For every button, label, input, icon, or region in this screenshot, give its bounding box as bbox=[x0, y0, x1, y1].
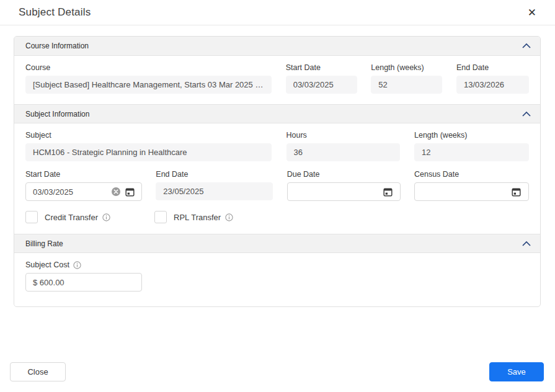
rpl-transfer-label: RPL Transfer bbox=[174, 213, 233, 222]
section-title: Billing Rate bbox=[25, 239, 63, 248]
subject-information-section: Subject Information Subject Hours Length… bbox=[14, 104, 540, 234]
course-length-label: Length (weeks) bbox=[371, 63, 442, 72]
rpl-transfer-item: RPL Transfer bbox=[154, 211, 271, 223]
chevron-up-icon[interactable] bbox=[522, 241, 531, 247]
subject-information-header[interactable]: Subject Information bbox=[14, 104, 540, 123]
subject-field: Subject bbox=[25, 131, 272, 161]
calendar-icon[interactable] bbox=[510, 185, 523, 198]
save-button[interactable]: Save bbox=[489, 362, 544, 381]
credit-transfer-item: Credit Transfer bbox=[25, 211, 142, 223]
chevron-up-icon[interactable] bbox=[522, 43, 531, 49]
course-length-input bbox=[371, 76, 442, 94]
billing-rate-body: Subject Cost bbox=[14, 253, 540, 306]
subject-cost-field: Subject Cost bbox=[25, 261, 142, 292]
due-date-label: Due Date bbox=[287, 170, 401, 179]
subject-label: Subject bbox=[25, 131, 272, 140]
credit-transfer-label: Credit Transfer bbox=[45, 213, 110, 222]
course-information-body: Course Start Date Length (weeks) End Dat… bbox=[14, 56, 540, 104]
subject-length-label: Length (weeks) bbox=[414, 131, 529, 140]
subject-end-date-field: End Date bbox=[156, 170, 273, 201]
section-title: Subject Information bbox=[25, 110, 89, 118]
course-start-date-input bbox=[286, 76, 357, 94]
due-date-picker[interactable] bbox=[287, 182, 401, 201]
info-icon bbox=[102, 213, 110, 221]
census-date-field: Census Date bbox=[414, 170, 529, 201]
census-date-input[interactable] bbox=[415, 183, 510, 200]
course-label: Course bbox=[25, 63, 272, 72]
subject-cost-label-text: Subject Cost bbox=[25, 261, 69, 269]
chevron-up-icon[interactable] bbox=[522, 111, 531, 117]
rpl-transfer-checkbox[interactable] bbox=[154, 211, 167, 223]
close-icon[interactable]: ✕ bbox=[526, 6, 538, 19]
subject-cost-label: Subject Cost bbox=[25, 261, 142, 269]
transfer-checkbox-row: Credit Transfer RPL Transfer bbox=[25, 211, 529, 223]
subject-start-date-picker[interactable] bbox=[25, 182, 142, 201]
info-icon bbox=[73, 261, 81, 269]
hours-input bbox=[286, 143, 400, 161]
course-information-header[interactable]: Course Information bbox=[14, 37, 540, 56]
calendar-icon[interactable] bbox=[381, 185, 395, 198]
credit-transfer-checkbox[interactable] bbox=[25, 211, 38, 223]
subject-input bbox=[25, 143, 272, 161]
course-end-date-input bbox=[456, 76, 529, 94]
info-icon bbox=[225, 213, 233, 221]
course-input bbox=[25, 76, 272, 94]
subject-length-input bbox=[414, 143, 529, 161]
clear-icon[interactable] bbox=[109, 185, 123, 198]
subject-end-date-label: End Date bbox=[156, 170, 273, 179]
course-start-date-field: Start Date bbox=[286, 63, 357, 94]
subject-end-date-input bbox=[156, 182, 273, 200]
subject-start-date-input[interactable] bbox=[26, 183, 109, 200]
modal-header: Subject Details ✕ bbox=[0, 0, 555, 25]
course-length-field: Length (weeks) bbox=[371, 63, 442, 94]
course-field: Course bbox=[25, 63, 272, 94]
rpl-transfer-label-text: RPL Transfer bbox=[174, 213, 221, 222]
course-end-date-field: End Date bbox=[456, 63, 529, 94]
subject-cost-input[interactable] bbox=[25, 273, 142, 292]
page-title: Subject Details bbox=[19, 6, 91, 19]
subject-details-card: Course Information Course Start Date Len… bbox=[14, 36, 541, 307]
billing-rate-header[interactable]: Billing Rate bbox=[14, 234, 540, 253]
census-date-picker[interactable] bbox=[414, 182, 529, 201]
due-date-input[interactable] bbox=[288, 183, 381, 200]
credit-transfer-label-text: Credit Transfer bbox=[45, 213, 98, 222]
course-start-date-label: Start Date bbox=[286, 63, 357, 72]
subject-start-date-field: Start Date bbox=[25, 170, 142, 201]
subject-start-date-label: Start Date bbox=[25, 170, 142, 179]
section-title: Course Information bbox=[25, 42, 89, 50]
subject-length-field: Length (weeks) bbox=[414, 131, 529, 161]
subject-information-body: Subject Hours Length (weeks) Start Date bbox=[14, 123, 540, 234]
due-date-field: Due Date bbox=[287, 170, 401, 201]
course-end-date-label: End Date bbox=[456, 63, 529, 72]
hours-label: Hours bbox=[286, 131, 400, 140]
calendar-icon[interactable] bbox=[123, 185, 136, 198]
census-date-label: Census Date bbox=[414, 170, 529, 179]
course-information-section: Course Information Course Start Date Len… bbox=[14, 37, 540, 104]
close-button[interactable]: Close bbox=[10, 362, 66, 381]
hours-field: Hours bbox=[286, 131, 400, 161]
billing-rate-section: Billing Rate Subject Cost bbox=[14, 234, 540, 306]
